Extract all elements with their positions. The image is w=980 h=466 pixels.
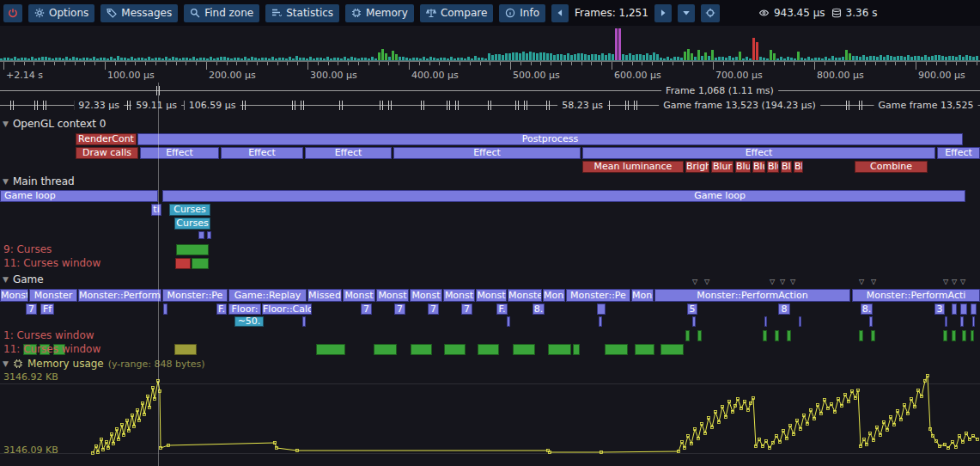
frame-bar[interactable] — [230, 58, 233, 60]
zone-block[interactable] — [960, 316, 964, 327]
frame-bar[interactable] — [601, 53, 604, 60]
frame-bar[interactable] — [189, 58, 192, 60]
frame-bar[interactable] — [117, 56, 119, 60]
frame-bar[interactable] — [811, 58, 813, 60]
frame-bar[interactable] — [965, 55, 968, 60]
frame-bar[interactable] — [560, 54, 563, 60]
frame-bar[interactable] — [825, 57, 827, 60]
zone-mean-luminance[interactable]: Mean luminance — [582, 161, 684, 173]
frame-bar[interactable] — [859, 57, 861, 60]
frame-bar[interactable] — [69, 58, 71, 60]
frame-bar[interactable] — [886, 55, 889, 60]
collapse-icon[interactable]: ▼ — [3, 120, 9, 128]
frame-bar[interactable] — [76, 58, 78, 60]
frame-label[interactable]: Game frame 13,525 — [874, 100, 978, 111]
zone-monst[interactable]: Monst — [410, 289, 442, 302]
zone-floor[interactable]: Floor: — [228, 304, 261, 315]
zone-block[interactable] — [799, 316, 801, 327]
frame-bar[interactable] — [72, 57, 75, 60]
zone-monst[interactable]: Monst — [476, 289, 507, 302]
zone-block[interactable] — [599, 316, 602, 327]
frame-bar[interactable] — [684, 52, 686, 60]
frame-bar[interactable] — [453, 58, 456, 60]
frame-bar[interactable] — [86, 58, 88, 60]
frame-bar[interactable] — [58, 58, 61, 60]
frame-bar[interactable] — [821, 58, 824, 60]
frame-bar[interactable] — [31, 57, 33, 60]
zone-effect[interactable]: Effect — [221, 147, 303, 159]
options-button[interactable]: Options — [28, 4, 94, 22]
frame-bar[interactable] — [48, 58, 51, 60]
zone-block[interactable] — [192, 258, 209, 269]
frame-bar[interactable] — [546, 53, 549, 60]
frame-bar[interactable] — [636, 54, 638, 60]
prev-frame-button[interactable] — [551, 4, 569, 22]
frame-bar[interactable] — [594, 54, 597, 60]
frame-bar[interactable] — [972, 57, 975, 60]
zone-curses[interactable]: Curses — [174, 218, 210, 230]
zone-monster-pe[interactable]: Monster::Pe — [566, 289, 630, 302]
frame-bar[interactable] — [151, 58, 154, 60]
frame-bar[interactable] — [934, 55, 937, 60]
frame-bar[interactable] — [409, 58, 411, 60]
frame-bar[interactable] — [904, 57, 906, 60]
frame-bar[interactable] — [680, 58, 683, 60]
frame-bar[interactable] — [787, 57, 789, 60]
frame-bar[interactable] — [79, 58, 82, 60]
zone-mons[interactable]: Mons — [543, 289, 565, 302]
zone-block[interactable] — [597, 304, 606, 315]
frame-bar[interactable] — [320, 58, 322, 60]
memory-graph[interactable] — [0, 370, 980, 466]
zone-game-replay[interactable]: Game::Replay — [228, 289, 307, 302]
zone-monster[interactable]: Monster — [29, 289, 77, 302]
frame-bar[interactable] — [910, 57, 913, 60]
find-zone-button[interactable]: Find zone — [184, 4, 259, 22]
frame-bar[interactable] — [155, 58, 157, 60]
frame-bar[interactable] — [24, 58, 27, 60]
frame-bar[interactable] — [704, 52, 707, 60]
frame-bar[interactable] — [100, 58, 102, 60]
zone-block[interactable] — [507, 316, 510, 327]
frame-bar[interactable] — [107, 58, 109, 60]
frame-bar[interactable] — [959, 55, 961, 60]
frame-label[interactable]: 92.33 μs — [74, 100, 124, 111]
frame-bar[interactable] — [285, 58, 288, 60]
frame-bar[interactable] — [533, 52, 535, 60]
frame-bar[interactable] — [625, 55, 628, 60]
zone-block[interactable] — [763, 330, 767, 341]
frame-bar[interactable] — [89, 58, 92, 60]
frame-bar[interactable] — [316, 58, 319, 60]
frame-bar[interactable] — [505, 53, 508, 60]
frame-bar[interactable] — [952, 56, 954, 60]
frame-label[interactable]: 106.59 μs — [185, 100, 240, 111]
frame-bar[interactable] — [10, 58, 13, 60]
frame-bar[interactable] — [247, 58, 250, 60]
zone-effect[interactable]: Effect — [937, 147, 980, 159]
frame-bar[interactable] — [299, 58, 301, 60]
frame-bar[interactable] — [663, 58, 666, 60]
zone-block[interactable] — [943, 330, 947, 341]
frame-bar[interactable] — [55, 58, 58, 60]
frame-bar[interactable] — [347, 58, 350, 60]
power-button[interactable] — [3, 4, 22, 22]
frame-bar[interactable] — [113, 58, 116, 60]
frame-bar[interactable] — [873, 56, 875, 60]
frame-bar[interactable] — [41, 57, 44, 60]
zone-blur[interactable]: Blur — [794, 161, 803, 173]
frame-bar[interactable] — [199, 58, 202, 60]
frame-bar[interactable] — [326, 57, 329, 60]
zone-block[interactable] — [513, 344, 535, 355]
frame-bar[interactable] — [945, 57, 947, 60]
zone-effect[interactable]: Effect — [582, 147, 935, 159]
frame-bar[interactable] — [828, 58, 831, 60]
info-button[interactable]: Info — [499, 4, 545, 22]
frame-bar[interactable] — [728, 56, 731, 60]
frame-bar[interactable] — [539, 52, 542, 60]
frame-bar[interactable] — [605, 55, 607, 60]
frame-bar[interactable] — [941, 56, 944, 60]
frame-bar[interactable] — [278, 58, 281, 60]
frame-bar[interactable] — [251, 57, 253, 60]
zone-blur[interactable]: Blur — [735, 161, 751, 173]
zone-block[interactable] — [635, 344, 654, 355]
zone-block[interactable] — [775, 330, 779, 341]
